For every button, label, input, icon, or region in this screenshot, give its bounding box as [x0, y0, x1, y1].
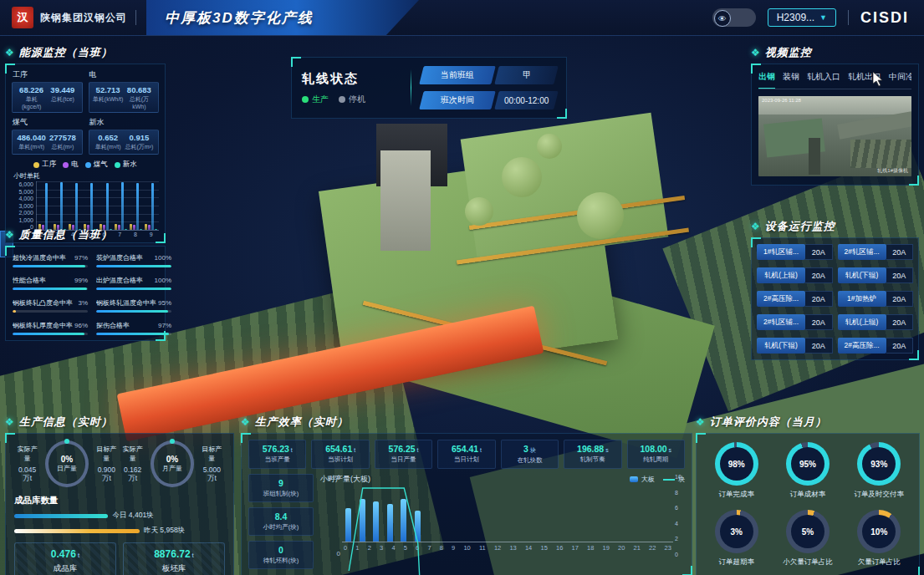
quality-metric-row: 钢板终轧厚度命中率96% [13, 321, 88, 330]
camera-tab-2[interactable]: 轧机入口 [807, 71, 840, 85]
line-status-title: 轧线状态 [302, 71, 401, 87]
panel-title: 订单评价内容（当月） [710, 415, 827, 430]
top-header: 汉 陕钢集团汉钢公司 中厚板3D数字化产线 👁 H2309... ▼ CISDI [0, 0, 924, 36]
device-current-value: 20A [886, 244, 914, 260]
panel-production-efficiency: ❖ 生产效率（实时） 576.23 t当班产量654.61 t当班计划576.2… [241, 415, 692, 575]
warehouse-card: 0.476t成品库 [14, 542, 116, 575]
diamond-icon: ❖ [241, 417, 250, 427]
quality-metric: 钢板终轧温度命中率95% [96, 298, 171, 313]
quality-metric: 超快冷温度命中率97% [13, 253, 88, 267]
energy-total-consumption: 39.449总耗(tce) [47, 85, 78, 109]
energy-card: 工序68.226单耗(kgce/t)39.449总耗(tce) [12, 69, 83, 113]
y-tick: 0 [675, 552, 685, 557]
efficiency-stat: 196.88 s轧制节奏 [564, 440, 621, 469]
y-tick: 10 [675, 474, 685, 480]
efficiency-side-stat: 0待轧坯料(块) [248, 541, 314, 569]
cisdi-logo: CISDI [860, 9, 909, 27]
quality-metric: 装炉温度合格率100% [96, 253, 171, 267]
efficiency-side-stat: 9班组轧制(块) [248, 474, 314, 502]
mouse-cursor [873, 72, 885, 87]
camera-tab-1[interactable]: 装钢 [783, 71, 799, 85]
order-ring-gauge: 93% [857, 442, 901, 486]
energy-cards: 工序68.226单耗(kgce/t)39.449总耗(tce)电52.713单耗… [12, 69, 159, 155]
device-status-item: 2#轧区辅...20A [838, 244, 914, 260]
quality-progress-fill [96, 333, 169, 335]
energy-bar [90, 183, 93, 230]
quality-metric-row: 超快冷温度命中率97% [13, 253, 88, 262]
warehouse-card: 8876.72t板坯库 [123, 542, 225, 575]
device-label-chip: 2#轧区辅... [757, 314, 805, 330]
status-legend-item[interactable]: 生产 [302, 94, 329, 105]
camera-tab-4[interactable]: 中间冷 [889, 71, 911, 85]
device-status-item: 轧机(上辊)20A [757, 267, 833, 283]
order-ring-gauge: 98% [715, 442, 758, 486]
quality-progress-fill [13, 310, 16, 313]
efficiency-stat: 3 块在轧块数 [501, 440, 559, 469]
efficiency-stat: 108.00 s纯轧周期 [627, 440, 685, 469]
output-ring: 0%月产量 [151, 440, 193, 487]
panel-quality-info: ❖ 质量信息（当班） 超快冷温度命中率97%装炉温度合格率100%性能合格率99… [5, 227, 166, 341]
order-ring-label: 欠量订单占比 [857, 557, 901, 567]
energy-card-body: 0.652单耗(m³/t)0.915总耗(万m³) [89, 130, 160, 155]
company-name: 陕钢集团汉钢公司 [40, 11, 127, 25]
diamond-icon: ❖ [5, 417, 14, 427]
camera-feed[interactable]: 2023-09-26 11:28 轧线1#摄像机 [758, 96, 911, 176]
stock-bar-label: 昨天 5,958块 [144, 526, 185, 536]
energy-card: 煤气486.040单耗(m³/t)277578总耗(m³) [12, 117, 83, 155]
quality-progress-fill [96, 265, 171, 267]
chart-legend-item: 大板 [630, 475, 655, 484]
device-current-value: 20A [805, 291, 833, 307]
order-ring: 98%订单完成率 [715, 442, 758, 500]
feed-timestamp: 2023-09-26 11:28 [762, 98, 801, 103]
quality-progress-fill [13, 288, 87, 290]
page-title-plate: 中厚板3D数字化产线 [146, 0, 419, 35]
output-gauge-group: 实际产量0.162 万t0%月产量目标产量5.000 万t [120, 440, 225, 487]
y-tick: 8 [675, 490, 685, 496]
line-status-legend: 生产停机 [302, 94, 401, 105]
panel-line-status: 轧线状态 生产停机 当前班组甲班次时间00:00-12:00 [291, 57, 567, 119]
quality-progress-fill [96, 310, 168, 313]
device-current-value: 20A [805, 244, 833, 260]
efficiency-stat: 654.41 t当日计划 [437, 440, 495, 469]
device-label-chip: 2#轧区辅... [838, 244, 886, 260]
y-tick: 6 [675, 505, 685, 511]
order-ring-label: 小欠量订单占比 [783, 557, 833, 567]
energy-plot-area [36, 181, 159, 231]
energy-bar [136, 183, 139, 230]
device-current-value: 20A [886, 267, 914, 283]
energy-card-body: 52.713单耗(kWh/t)80.683总耗(万kWh) [89, 82, 160, 113]
shift-info-row: 当前班组甲 [421, 66, 556, 84]
order-ring-value: 10% [862, 515, 896, 548]
order-ring-gauge: 3% [715, 510, 758, 553]
status-legend-item[interactable]: 停机 [339, 94, 365, 105]
energy-bar [106, 183, 109, 230]
visibility-toggle[interactable]: 👁 [712, 8, 756, 27]
device-status-item: 2#轧区辅...20A [757, 314, 833, 330]
order-ring: 3%订单超期率 [715, 510, 758, 567]
quality-progress-track [96, 288, 171, 290]
camera-tab-0[interactable]: 出钢 [758, 71, 775, 85]
quality-metric-row: 钢板终轧温度命中率95% [96, 298, 171, 308]
order-ring-value: 98% [720, 447, 753, 481]
heat-number-value: H2309... [777, 12, 814, 23]
device-status-item: 轧机(下辊)20A [838, 267, 914, 283]
panel-title: 质量信息（当班） [19, 227, 113, 242]
energy-unit-consumption: 486.040单耗(m³/t) [16, 133, 47, 151]
quality-progress-track [13, 288, 88, 290]
quality-progress-track [96, 310, 171, 313]
bar-group [84, 181, 96, 230]
legend-item: 电 [63, 160, 79, 170]
energy-y-axis: 6,0005,0004,0003,0002,0001,0000 [12, 181, 36, 230]
device-label-chip: 轧机(上辊) [838, 314, 886, 330]
order-ring-value: 5% [791, 515, 824, 548]
efficiency-stats: 576.23 t当班产量654.61 t当班计划576.25 t当日产量654.… [248, 440, 685, 469]
quality-metric-row: 出炉温度合格率100% [96, 276, 171, 285]
device-status-item: 轧机(下辊)20A [757, 338, 833, 354]
device-status-item: 1#轧区辅...20A [757, 244, 833, 260]
energy-card-name: 新水 [89, 117, 160, 128]
legend-item: 煤气 [85, 160, 108, 170]
bar-group [145, 181, 157, 230]
feed-camera-tag: 轧线1#摄像机 [877, 167, 908, 175]
stock-bar-row: 今日 4,401块 [14, 511, 225, 521]
heat-number-dropdown[interactable]: H2309... ▼ [768, 8, 836, 27]
